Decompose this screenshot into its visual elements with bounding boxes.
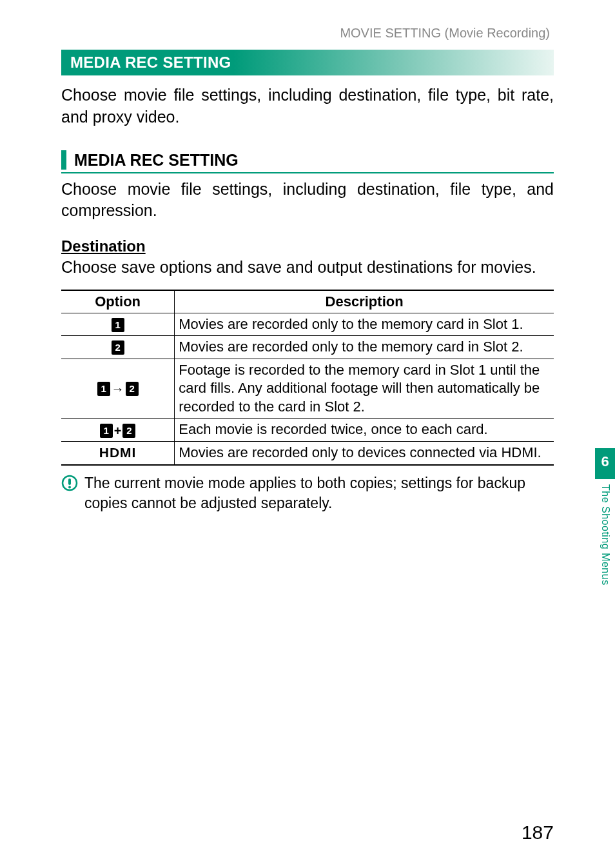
accent-bar-icon [61, 150, 66, 170]
description-cell: Each movie is recorded twice, once to ea… [175, 419, 554, 442]
description-cell: Footage is recorded to the memory card i… [175, 359, 554, 419]
description-cell: Movies are recorded only to the memory c… [175, 336, 554, 359]
svg-rect-1 [68, 478, 71, 485]
slot2-icon: 2 [126, 382, 139, 396]
slot1-icon: 1 [112, 318, 124, 332]
hdmi-label: HDMI [99, 445, 137, 460]
plus-icon: + [114, 424, 122, 438]
option-slot1-plus-slot2: 1+2 [61, 419, 175, 442]
header-option: Option [61, 290, 175, 313]
breadcrumb: MOVIE SETTING (Movie Recording) [61, 26, 554, 41]
sub-intro-paragraph: Choose movie file settings, including de… [61, 179, 554, 222]
slot1-icon: 1 [97, 382, 110, 396]
table-row: HDMI Movies are recorded only to devices… [61, 442, 554, 465]
chapter-label: The Shooting Menus [600, 479, 611, 586]
option-hdmi: HDMI [61, 442, 175, 465]
table-header-row: Option Description [61, 290, 554, 313]
page-content: MOVIE SETTING (Movie Recording) MEDIA RE… [0, 0, 615, 539]
intro-paragraph: Choose movie file settings, including de… [61, 84, 554, 128]
option-slot1-to-slot2: 1→2 [61, 359, 175, 419]
arrow-right-icon: → [112, 382, 124, 396]
caution-icon [61, 475, 78, 513]
page-number: 187 [522, 822, 554, 843]
destination-intro: Choose save options and save and output … [61, 257, 554, 278]
slot2-icon: 2 [112, 340, 124, 355]
destination-table: Option Description 1 Movies are recorded… [61, 290, 554, 466]
section-title-bar: MEDIA REC SETTING [61, 50, 554, 75]
option-slot2: 2 [61, 336, 175, 359]
table-row: 1+2 Each movie is recorded twice, once t… [61, 419, 554, 442]
table-row: 2 Movies are recorded only to the memory… [61, 336, 554, 359]
header-description: Description [175, 290, 554, 313]
chapter-side-tab: 6 The Shooting Menus [595, 448, 615, 586]
slot2-icon: 2 [122, 424, 135, 438]
table-row: 1→2 Footage is recorded to the memory ca… [61, 359, 554, 419]
description-cell: Movies are recorded only to the memory c… [175, 313, 554, 336]
caution-note: The current movie mode applies to both c… [61, 473, 554, 513]
table-row: 1 Movies are recorded only to the memory… [61, 313, 554, 336]
caution-text: The current movie mode applies to both c… [84, 473, 554, 513]
destination-heading: Destination [61, 237, 554, 255]
chapter-number: 6 [595, 448, 615, 479]
svg-point-2 [68, 486, 71, 488]
sub-heading: MEDIA REC SETTING [74, 151, 239, 172]
description-cell: Movies are recorded only to devices conn… [175, 442, 554, 465]
sub-heading-row: MEDIA REC SETTING [61, 150, 554, 173]
slot1-icon: 1 [100, 424, 113, 438]
option-slot1: 1 [61, 313, 175, 336]
